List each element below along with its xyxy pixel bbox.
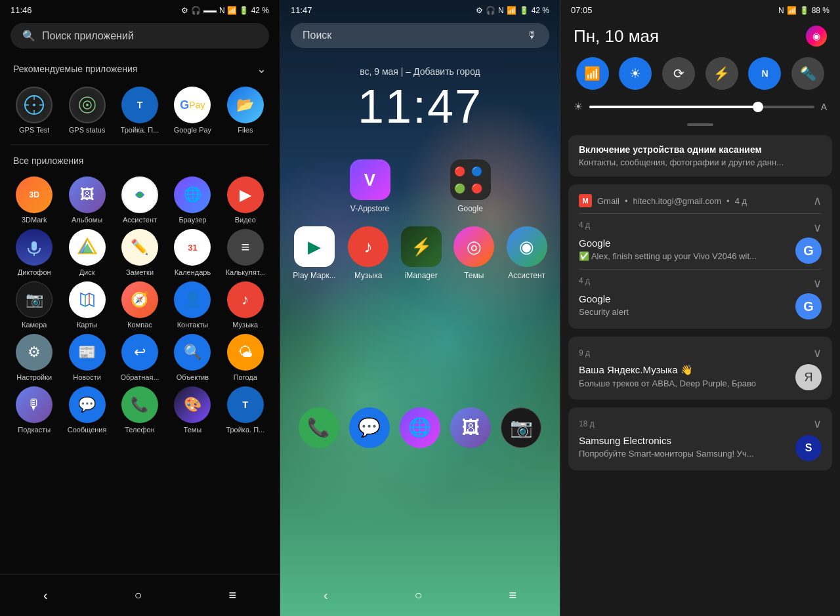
app-video[interactable]: ▶ Видео (222, 176, 269, 224)
home-google-folder-icon: 🔴🔵 🟢🔴 (450, 159, 491, 200)
home-app-assistant[interactable]: ◉ Ассистент (507, 226, 547, 280)
app-assistant[interactable]: Ассистент (116, 176, 163, 224)
app-contacts[interactable]: 👤 Контакты (169, 281, 216, 329)
app-contacts-icon: 👤 (174, 281, 211, 318)
app-settings[interactable]: ⚙ Настройки (10, 334, 58, 381)
app-weather[interactable]: 🌤 Погода (222, 334, 269, 381)
app-feedback-icon: ↩ (121, 334, 158, 371)
app-lens[interactable]: 🔍 Объектив (169, 334, 216, 381)
app-compass[interactable]: 🧭 Компас (116, 281, 163, 329)
recommended-label: Рекомендуемые приложения (13, 64, 137, 74)
siri-icon[interactable]: ◉ (806, 26, 827, 47)
home-status-bar: 11:47 ⚙ 🎧 N 📶 🔋 42 % (280, 0, 560, 18)
app-calendar-label: Календарь (175, 268, 211, 276)
app-3dmark[interactable]: 3D 3DMark (10, 176, 58, 224)
notif-yandex[interactable]: 9 д ∨ Ваша Яндекс.Музыка 👋 Больше треков… (568, 337, 832, 400)
app-calendar[interactable]: 31 Календарь (169, 229, 216, 276)
notif-device-touch[interactable]: Включение устройства одним касанием Конт… (568, 135, 832, 176)
dock-camera[interactable]: 📷 (501, 407, 541, 448)
bluetooth-toggle[interactable]: ⚡ (705, 57, 738, 90)
menu-button[interactable]: ≡ (215, 583, 249, 608)
app-themes-label: Темы (184, 426, 202, 434)
home-clock: 11:47 (280, 79, 560, 133)
app-themes[interactable]: 🎨 Темы (169, 386, 216, 434)
app-gpay-icon: GPay (174, 87, 211, 123)
sub-notif-2-chevron[interactable]: ∨ (813, 276, 822, 291)
notif-status-icons: N 📶 🔋 88 % (778, 6, 830, 15)
app-files[interactable]: 📂 Files (222, 87, 269, 134)
home-app-themes[interactable]: ◎ Темы (453, 226, 494, 280)
app-calc[interactable]: ≡ Калькулят... (222, 229, 269, 276)
home-app-play[interactable]: ▶ Play Марк... (293, 226, 335, 280)
dock-phone[interactable]: 📞 (299, 407, 339, 448)
home-menu-button[interactable]: ≡ (495, 583, 530, 608)
section-divider (10, 144, 269, 145)
home-back-button[interactable]: ‹ (310, 583, 341, 608)
home-app-music[interactable]: ♪ Музыка (348, 226, 388, 280)
wifi-toggle[interactable]: 📶 (576, 57, 609, 90)
app-gpay[interactable]: GPay Google Pay (169, 87, 216, 134)
app-sms[interactable]: 💬 Сообщения (63, 386, 110, 434)
app-troika2[interactable]: Т Тройка. П... (222, 386, 269, 434)
home-music-label: Музыка (354, 271, 382, 280)
app-music[interactable]: ♪ Музыка (222, 281, 269, 329)
recommended-apps-grid: GPS Test GPS status Т Тройка. П... GPay … (0, 81, 280, 139)
sub-notif-1-chevron[interactable]: ∨ (813, 220, 822, 235)
home-date-widget: вс, 9 мая | – Добавить город 11:47 (280, 53, 560, 140)
home-app-vappstore[interactable]: V V-Appstore (350, 159, 390, 213)
home-button[interactable]: ○ (121, 583, 155, 608)
nfc-toggle[interactable]: N (748, 57, 781, 90)
brightness-toggle[interactable]: ☀ (619, 57, 652, 90)
sub-notif-1-body: ✅ Alex, finish setting up your Vivo V204… (579, 251, 788, 261)
back-button[interactable]: ‹ (30, 583, 61, 608)
dock-gallery[interactable]: 🖼 (450, 407, 491, 448)
home-app-google-folder[interactable]: 🔴🔵 🟢🔴 Google (450, 159, 491, 213)
app-gps-test[interactable]: GPS Test (10, 87, 58, 134)
home-app-imanager[interactable]: ⚡ iManager (401, 226, 442, 280)
app-troika[interactable]: Т Тройка. П... (116, 87, 163, 134)
app-feedback[interactable]: ↩ Обратная... (116, 334, 163, 381)
all-apps-scroll[interactable]: 3D 3DMark 🖼 Альбомы Ассистент 🌐 (0, 171, 280, 574)
app-news[interactable]: 📰 Новости (63, 334, 110, 381)
samsung-chevron[interactable]: ∨ (813, 417, 822, 431)
dock-messages[interactable]: 💬 (349, 407, 390, 448)
yandex-time: 9 д (579, 348, 590, 358)
brightness-slider[interactable] (589, 106, 814, 108)
notif-samsung[interactable]: 18 д ∨ Samsung Electronics Попробуйте Sm… (568, 407, 832, 470)
app-recorder[interactable]: Диктофон (10, 229, 58, 276)
gmail-expand-chevron[interactable]: ∧ (813, 194, 822, 208)
sub-notif-1: 4 д ∨ Google ✅ Alex, finish setting up y… (579, 213, 822, 264)
svg-point-1 (33, 104, 35, 106)
app-drawer-panel: 11:46 ⚙ 🎧 ▬▬ N 📶 🔋 42 % 🔍 Поиск приложен… (0, 0, 280, 616)
yandex-chevron[interactable]: ∨ (813, 346, 822, 360)
notif-gmail-group[interactable]: M Gmail • hitech.itogi@gmail.com • 4 д ∧… (568, 184, 832, 329)
app-notes[interactable]: ✏️ Заметки (116, 229, 163, 276)
app-drive[interactable]: Диск (63, 229, 110, 276)
app-albums[interactable]: 🖼 Альбомы (63, 176, 110, 224)
app-phone[interactable]: 📞 Телефон (116, 386, 163, 434)
dock-browser[interactable]: 🌐 (400, 407, 440, 448)
drawer-search-bar[interactable]: 🔍 Поиск приложений (10, 23, 269, 49)
search-icon: 🔍 (22, 30, 35, 42)
app-camera[interactable]: 📷 Камера (10, 281, 58, 329)
app-browser[interactable]: 🌐 Браузер (169, 176, 216, 224)
home-app-row-2: ▶ Play Марк... ♪ Музыка ⚡ iManager ◎ (280, 220, 560, 287)
home-home-button[interactable]: ○ (401, 583, 435, 608)
home-themes-icon: ◎ (453, 226, 494, 267)
home-app-row-1: V V-Appstore 🔴🔵 🟢🔴 Google (280, 140, 560, 220)
home-play-icon: ▶ (294, 226, 335, 267)
app-gps-status[interactable]: GPS status (63, 87, 110, 134)
home-google-folder-label: Google (457, 204, 483, 213)
app-camera-label: Камера (22, 321, 47, 329)
flashlight-toggle[interactable]: 🔦 (791, 57, 824, 90)
portrait-toggle[interactable]: ⟳ (662, 57, 695, 90)
app-maps[interactable]: Карты (63, 281, 110, 329)
home-search-bar[interactable]: Поиск 🎙 (291, 23, 549, 48)
app-settings-icon: ⚙ (16, 334, 52, 371)
home-themes-label: Темы (464, 271, 484, 280)
app-settings-label: Настройки (16, 373, 52, 381)
notification-shade-panel: 07:05 N 📶 🔋 88 % Пн, 10 мая ◉ 📶 ☀ ⟳ ⚡ N … (560, 0, 840, 616)
app-podcasts[interactable]: 🎙 Подкасты (10, 386, 58, 434)
home-search-text: Поиск (303, 30, 331, 41)
app-lens-label: Объектив (177, 373, 209, 381)
